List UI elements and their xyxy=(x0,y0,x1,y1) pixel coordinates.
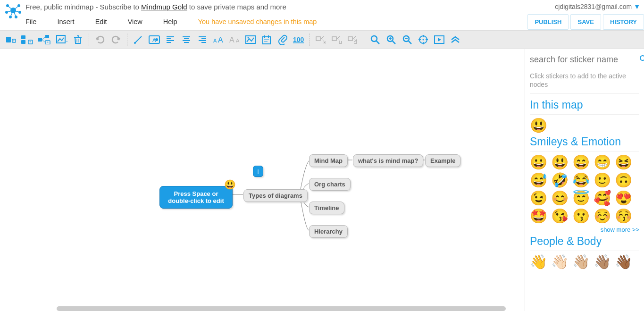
svg-line-76 xyxy=(409,41,411,44)
mindmap-canvas[interactable]: Press Space or double-click to edit 😃 | … xyxy=(0,49,525,311)
add-sibling-icon[interactable]: + xyxy=(19,33,35,47)
add-parent-icon[interactable]: + xyxy=(35,33,54,47)
node-types[interactable]: Types of diagrams xyxy=(243,189,308,202)
mindmup-gold-link[interactable]: Mindmup Gold xyxy=(141,3,187,11)
emoji-sticker[interactable]: 👋🏾 xyxy=(615,255,632,269)
delete-icon[interactable] xyxy=(70,33,86,47)
history-button[interactable]: HISTORY xyxy=(603,14,644,30)
svg-rect-13 xyxy=(6,37,11,42)
user-menu-dropdown-icon[interactable]: ▼ xyxy=(634,3,640,10)
sticker-hint: Click stickers to add to the active node… xyxy=(530,72,639,94)
header-message: Free, public mindmap - Subscribe to Mind… xyxy=(25,3,555,11)
emoji-sticker[interactable]: 😄 xyxy=(572,155,590,169)
zoom-in-icon[interactable] xyxy=(383,33,399,47)
emoji-sticker[interactable]: 😉 xyxy=(530,191,547,205)
text-bigger-icon[interactable]: AA xyxy=(210,33,226,47)
user-email[interactable]: cjdigitals2831@gmail.com xyxy=(555,3,632,10)
svg-line-62 xyxy=(321,39,324,41)
emoji-sticker[interactable]: 👋🏼 xyxy=(572,255,590,269)
emoji-sticker[interactable]: 🙂 xyxy=(594,173,611,187)
publish-button[interactable]: PUBLISH xyxy=(527,14,569,30)
text-smaller-icon[interactable]: AA xyxy=(226,33,243,47)
node-style-icon[interactable]: A xyxy=(146,33,162,47)
emoji-sticker[interactable]: 🥰 xyxy=(594,191,611,205)
emoji-sticker[interactable]: 😚 xyxy=(615,209,632,223)
emoji-sticker[interactable]: 👋🏽 xyxy=(594,255,611,269)
search-icon[interactable] xyxy=(639,55,644,65)
emoji-sticker[interactable]: 😇 xyxy=(572,191,590,205)
sticker-search-input[interactable] xyxy=(530,55,639,65)
emoji-sticker[interactable]: 😗 xyxy=(572,209,590,223)
menu-file[interactable]: File xyxy=(25,18,36,25)
node-org[interactable]: Org charts xyxy=(309,178,351,191)
node-what[interactable]: what's is mind map? xyxy=(353,154,423,167)
zoom-out-icon[interactable] xyxy=(399,33,415,47)
note-icon[interactable] xyxy=(259,33,275,47)
node-example[interactable]: Example xyxy=(425,154,460,167)
emoji-sticker[interactable]: 😆 xyxy=(615,155,632,169)
add-image-icon[interactable]: + xyxy=(54,33,70,47)
center-icon[interactable] xyxy=(415,33,431,47)
emoji-sticker[interactable]: 😀 xyxy=(530,155,547,169)
svg-point-35 xyxy=(155,38,158,41)
align-center-icon[interactable] xyxy=(178,33,194,47)
emoji-sticker[interactable]: 😃 xyxy=(530,118,547,133)
node-mindmap[interactable]: Mind Map xyxy=(309,154,348,167)
svg-rect-54 xyxy=(263,37,270,44)
svg-text:+: + xyxy=(13,39,15,43)
undo-icon[interactable] xyxy=(92,33,108,47)
measure-icon[interactable]: 100 xyxy=(291,33,307,47)
emoji-sticker[interactable]: 🙃 xyxy=(615,173,632,187)
svg-text:A: A xyxy=(229,36,234,44)
svg-line-65 xyxy=(337,39,340,41)
align-right-icon[interactable] xyxy=(194,33,210,47)
svg-line-64 xyxy=(337,36,340,39)
emoji-sticker[interactable]: 😂 xyxy=(572,173,590,187)
menu-edit[interactable]: Edit xyxy=(95,18,107,25)
node-timeline[interactable]: Timeline xyxy=(309,202,344,214)
menu-insert[interactable]: Insert xyxy=(57,18,74,25)
save-button[interactable]: SAVE xyxy=(570,14,601,30)
selected-node-handle[interactable]: | xyxy=(253,166,263,177)
redo-icon[interactable] xyxy=(108,33,124,47)
emoji-sticker[interactable]: ☺️ xyxy=(594,209,611,223)
svg-line-22 xyxy=(42,40,45,42)
emoji-sticker[interactable]: 😁 xyxy=(594,155,611,169)
menu-help[interactable]: Help xyxy=(163,18,177,25)
svg-rect-16 xyxy=(21,35,25,39)
emoji-sticker[interactable]: 😅 xyxy=(530,173,547,187)
emoji-sticker[interactable]: 😃 xyxy=(551,155,569,169)
add-child-icon[interactable]: + xyxy=(3,33,19,47)
attach-icon[interactable] xyxy=(275,33,291,47)
svg-rect-17 xyxy=(21,40,25,44)
emoji-sticker[interactable]: 😘 xyxy=(551,209,569,223)
node-hierarchy[interactable]: Hierarchy xyxy=(309,225,348,238)
svg-rect-63 xyxy=(332,37,336,41)
emoji-sticker[interactable]: 👋🏻 xyxy=(551,255,569,269)
section-smileys: Smileys & Emotion xyxy=(530,135,639,151)
align-left-icon[interactable] xyxy=(162,33,178,47)
copy-icon[interactable] xyxy=(329,33,345,47)
emoji-sticker[interactable]: 👋 xyxy=(530,255,547,269)
search-icon[interactable] xyxy=(367,33,383,47)
svg-point-86 xyxy=(640,56,644,60)
emoji-sticker[interactable]: 🤣 xyxy=(551,173,569,187)
emoji-sticker[interactable]: 😍 xyxy=(615,191,632,205)
show-more-link[interactable]: show more >> xyxy=(601,226,639,233)
line-icon[interactable] xyxy=(130,33,146,47)
cut-icon[interactable] xyxy=(313,33,329,47)
connectors xyxy=(0,49,525,311)
menu-view[interactable]: View xyxy=(128,18,142,25)
image-icon[interactable] xyxy=(243,33,259,47)
smileys-emoji-grid: 😀😃😄😁😆😅🤣😂🙂🙃😉😊😇🥰😍🤩😘😗☺️😚 xyxy=(530,155,639,223)
svg-rect-23 xyxy=(45,35,49,38)
emoji-sticker[interactable]: 😊 xyxy=(551,191,569,205)
root-node[interactable]: Press Space or double-click to edit xyxy=(159,186,233,209)
emoji-sticker[interactable]: 🤩 xyxy=(530,209,547,223)
svg-text:+: + xyxy=(66,38,67,44)
present-icon[interactable] xyxy=(431,33,447,47)
paste-icon[interactable] xyxy=(345,33,361,47)
horizontal-scrollbar[interactable] xyxy=(5,306,520,311)
header-msg-suffix: to save private maps and more xyxy=(187,3,286,11)
collapse-icon[interactable] xyxy=(447,33,463,47)
